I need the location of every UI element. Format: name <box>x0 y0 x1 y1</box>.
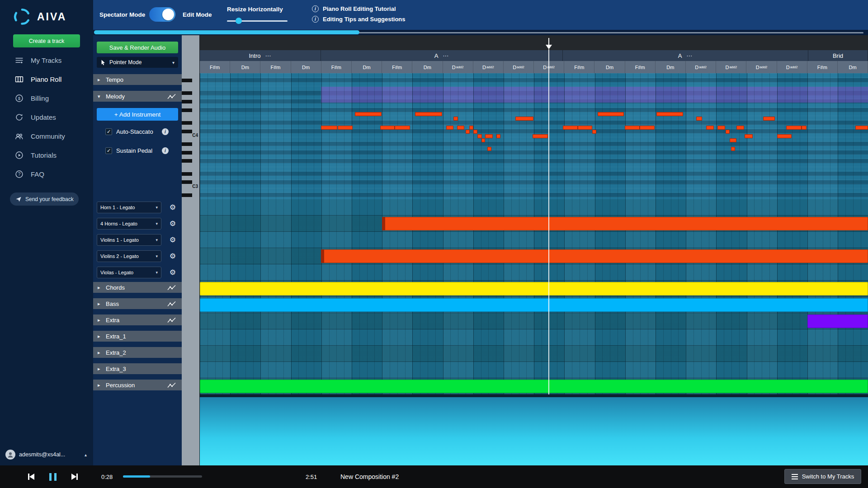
add-instrument-button[interactable]: + Add Instrument <box>97 108 178 121</box>
midi-note[interactable] <box>802 126 807 130</box>
midi-note[interactable] <box>380 126 395 130</box>
section-menu-icon[interactable]: ⋯ <box>265 52 272 59</box>
midi-note[interactable] <box>598 112 624 116</box>
midi-note[interactable] <box>485 134 493 138</box>
lane-extra[interactable] <box>200 313 868 329</box>
chevron-right-icon[interactable]: ▸ <box>98 382 102 388</box>
region-violins-2-legato[interactable] <box>321 249 868 263</box>
region-percussion[interactable] <box>200 380 868 393</box>
black-key[interactable] <box>182 108 192 112</box>
scrollbar-thumb[interactable] <box>94 30 359 34</box>
midi-note[interactable] <box>726 130 730 134</box>
track-section-extra-3[interactable]: ▸Extra_3 <box>93 363 182 374</box>
region-extra[interactable] <box>807 314 868 328</box>
midi-note[interactable] <box>777 134 792 138</box>
pause-button[interactable] <box>49 473 57 481</box>
piano-keys-strip[interactable]: C4C3 <box>182 35 200 465</box>
midi-note[interactable] <box>457 126 464 130</box>
lane-extra-3[interactable] <box>200 362 868 378</box>
sidebar-item-piano-roll[interactable]: Piano Roll <box>0 70 93 89</box>
instrument-select-violins-1-legato[interactable]: Violins 1 - Legato▾ <box>97 234 161 246</box>
chevron-right-icon[interactable]: ▸ <box>98 285 102 291</box>
automation-icon[interactable] <box>167 382 176 388</box>
gear-icon[interactable]: ⚙ <box>168 268 177 277</box>
midi-note[interactable] <box>731 147 735 151</box>
previous-button[interactable] <box>28 474 34 480</box>
midi-note[interactable] <box>763 117 775 121</box>
midi-note[interactable] <box>446 126 453 130</box>
chevron-right-icon[interactable]: ▸ <box>98 77 102 83</box>
midi-note[interactable] <box>533 134 548 138</box>
midi-note[interactable] <box>415 112 442 116</box>
black-key[interactable] <box>182 142 192 146</box>
section-intro[interactable]: Intro⋯ <box>200 50 321 61</box>
black-key[interactable] <box>182 121 192 125</box>
midi-note[interactable] <box>786 126 802 130</box>
timeline-ruler[interactable] <box>200 35 868 50</box>
sidebar-item-faq[interactable]: ?FAQ <box>0 164 93 183</box>
lane-violas-legato[interactable] <box>200 264 868 281</box>
instrument-select-4-horns-legato[interactable]: 4 Horns - Legato▾ <box>97 218 161 230</box>
track-section-extra-1[interactable]: ▸Extra_1 <box>93 331 182 342</box>
save-render-button[interactable]: Save & Render Audio <box>97 42 178 53</box>
midi-note[interactable] <box>656 112 683 116</box>
midi-note[interactable] <box>355 112 382 116</box>
track-section-extra[interactable]: ▸Extra <box>93 314 182 325</box>
chevron-right-icon[interactable]: ▸ <box>98 317 102 323</box>
region-chords[interactable] <box>200 282 868 296</box>
sidebar-item-tutorials[interactable]: Tutorials <box>0 145 93 164</box>
lane-violins-1-legato[interactable] <box>200 232 868 248</box>
track-section-bass[interactable]: ▸Bass <box>93 298 182 309</box>
midi-note[interactable] <box>395 126 410 130</box>
checkbox-sustain-pedal[interactable]: ✓ <box>105 147 112 154</box>
user-account[interactable]: adesmits@xs4al... ▴ <box>5 447 93 462</box>
track-section-percussion[interactable]: ▸Percussion <box>93 380 182 390</box>
automation-icon[interactable] <box>167 301 176 307</box>
midi-note[interactable] <box>466 130 470 134</box>
automation-icon[interactable] <box>167 94 176 99</box>
midi-note[interactable] <box>453 117 458 121</box>
black-key[interactable] <box>182 159 192 163</box>
selection-region[interactable] <box>321 87 868 103</box>
section-a[interactable]: A⋯ <box>321 50 563 61</box>
chevron-up-icon[interactable]: ▴ <box>85 452 87 457</box>
track-section-chords[interactable]: ▸Chords <box>93 282 182 293</box>
piano-roll-grid[interactable] <box>200 73 868 394</box>
automation-icon[interactable] <box>167 285 176 291</box>
checkbox-auto-staccato[interactable]: ✓ <box>105 128 112 135</box>
black-key[interactable] <box>182 151 192 155</box>
instrument-select-horn-1-legato[interactable]: Horn 1 - Legato▾ <box>97 202 161 213</box>
section-menu-icon[interactable]: ⋯ <box>686 52 693 59</box>
lane-horn-1-legato[interactable] <box>200 199 868 216</box>
automation-editor[interactable] <box>200 397 868 465</box>
pointer-mode-select[interactable]: Pointer Mode ▾ <box>97 57 178 68</box>
resize-slider[interactable] <box>227 17 288 24</box>
black-key[interactable] <box>182 193 192 197</box>
midi-note[interactable] <box>706 126 714 130</box>
sidebar-item-billing[interactable]: $Billing <box>0 89 93 108</box>
section-a[interactable]: A⋯ <box>563 50 808 61</box>
lane-extra-2[interactable] <box>200 346 868 362</box>
gear-icon[interactable]: ⚙ <box>168 252 177 261</box>
midi-note[interactable] <box>515 117 533 121</box>
create-track-button[interactable]: Create a track <box>13 34 80 47</box>
midi-note[interactable] <box>496 134 500 138</box>
gear-icon[interactable]: ⚙ <box>168 219 177 228</box>
midi-note[interactable] <box>592 130 596 134</box>
track-section-melody[interactable]: ▾Melody <box>93 91 182 102</box>
black-key[interactable] <box>182 91 192 95</box>
midi-note[interactable] <box>469 126 473 130</box>
sidebar-item-community[interactable]: Community <box>0 127 93 145</box>
region-bass[interactable] <box>200 298 868 312</box>
track-section-extra-2[interactable]: ▸Extra_2 <box>93 347 182 358</box>
midi-note[interactable] <box>321 126 337 130</box>
black-key[interactable] <box>182 100 192 103</box>
chevron-right-icon[interactable]: ▸ <box>98 333 102 339</box>
midi-note[interactable] <box>736 126 744 130</box>
info-icon[interactable]: i <box>162 147 169 154</box>
midi-note[interactable] <box>473 130 477 134</box>
slider-knob[interactable] <box>236 18 242 24</box>
midi-note[interactable] <box>717 126 725 130</box>
midi-note[interactable] <box>338 126 353 130</box>
midi-note[interactable] <box>625 126 640 130</box>
